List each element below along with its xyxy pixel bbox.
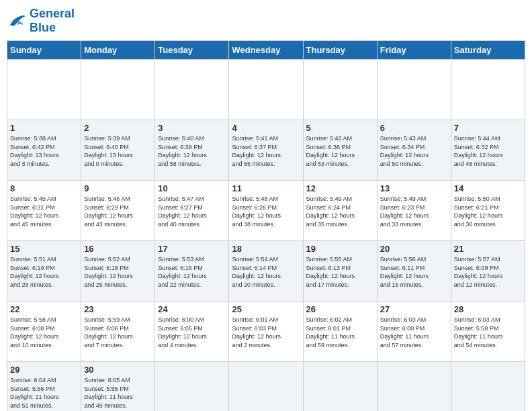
calendar-cell: 26Sunrise: 6:02 AM Sunset: 6:01 PM Dayli… <box>303 302 377 362</box>
day-number: 17 <box>158 244 226 254</box>
day-info: Sunrise: 5:44 AM Sunset: 6:32 PM Dayligh… <box>454 134 522 168</box>
calendar-cell: 17Sunrise: 5:53 AM Sunset: 6:16 PM Dayli… <box>155 241 229 302</box>
day-number: 14 <box>454 183 522 193</box>
header-cell-friday: Friday <box>377 41 451 60</box>
day-info: Sunrise: 5:48 AM Sunset: 6:26 PM Dayligh… <box>232 195 300 228</box>
day-info: Sunrise: 5:47 AM Sunset: 6:27 PM Dayligh… <box>158 195 226 228</box>
calendar-table: SundayMondayTuesdayWednesdayThursdayFrid… <box>7 40 525 411</box>
calendar-cell: 1Sunrise: 5:38 AM Sunset: 6:42 PM Daylig… <box>7 120 81 181</box>
day-info: Sunrise: 6:02 AM Sunset: 6:01 PM Dayligh… <box>306 316 374 349</box>
calendar-cell: 11Sunrise: 5:48 AM Sunset: 6:26 PM Dayli… <box>229 181 303 241</box>
calendar-cell: 23Sunrise: 5:59 AM Sunset: 6:06 PM Dayli… <box>81 302 155 362</box>
calendar-cell: 6Sunrise: 5:43 AM Sunset: 6:34 PM Daylig… <box>377 120 451 181</box>
day-number: 24 <box>158 304 226 314</box>
calendar-cell: 7Sunrise: 5:44 AM Sunset: 6:32 PM Daylig… <box>451 120 525 181</box>
header-cell-wednesday: Wednesday <box>229 41 303 60</box>
day-number: 7 <box>454 123 522 133</box>
day-info: Sunrise: 5:43 AM Sunset: 6:34 PM Dayligh… <box>380 134 448 168</box>
day-info: Sunrise: 5:58 AM Sunset: 6:08 PM Dayligh… <box>10 316 78 349</box>
calendar-cell: 5Sunrise: 5:42 AM Sunset: 6:36 PM Daylig… <box>303 120 377 181</box>
page-header: General Blue <box>7 7 525 35</box>
day-number: 15 <box>10 244 78 254</box>
day-info: Sunrise: 5:56 AM Sunset: 6:11 PM Dayligh… <box>380 255 448 289</box>
calendar-cell: 30Sunrise: 6:05 AM Sunset: 5:55 PM Dayli… <box>81 362 155 412</box>
day-info: Sunrise: 5:52 AM Sunset: 6:18 PM Dayligh… <box>84 255 152 289</box>
calendar-cell: 18Sunrise: 5:54 AM Sunset: 6:14 PM Dayli… <box>229 241 303 302</box>
calendar-cell: 3Sunrise: 5:40 AM Sunset: 6:39 PM Daylig… <box>155 120 229 181</box>
day-number: 12 <box>306 183 374 193</box>
calendar-cell <box>451 60 525 120</box>
logo-icon <box>7 13 27 30</box>
calendar-week-5: 29Sunrise: 6:04 AM Sunset: 5:56 PM Dayli… <box>7 362 525 412</box>
calendar-cell: 29Sunrise: 6:04 AM Sunset: 5:56 PM Dayli… <box>7 362 81 412</box>
day-info: Sunrise: 5:40 AM Sunset: 6:39 PM Dayligh… <box>158 134 226 168</box>
day-info: Sunrise: 5:46 AM Sunset: 6:29 PM Dayligh… <box>84 195 152 228</box>
calendar-cell: 24Sunrise: 6:00 AM Sunset: 6:05 PM Dayli… <box>155 302 229 362</box>
calendar-cell: 10Sunrise: 5:47 AM Sunset: 6:27 PM Dayli… <box>155 181 229 241</box>
day-number: 8 <box>10 183 78 193</box>
calendar-cell: 14Sunrise: 5:50 AM Sunset: 6:21 PM Dayli… <box>451 181 525 241</box>
day-info: Sunrise: 5:45 AM Sunset: 6:31 PM Dayligh… <box>10 195 78 228</box>
calendar-cell <box>377 60 451 120</box>
day-info: Sunrise: 6:00 AM Sunset: 6:05 PM Dayligh… <box>158 316 226 349</box>
day-number: 11 <box>232 183 300 193</box>
day-info: Sunrise: 5:49 AM Sunset: 6:23 PM Dayligh… <box>380 195 448 228</box>
calendar-cell <box>229 60 303 120</box>
day-number: 4 <box>232 123 300 133</box>
day-number: 22 <box>10 304 78 314</box>
day-number: 23 <box>84 304 152 314</box>
calendar-week-3: 15Sunrise: 5:51 AM Sunset: 6:19 PM Dayli… <box>7 241 525 302</box>
day-info: Sunrise: 5:55 AM Sunset: 6:13 PM Dayligh… <box>306 255 374 289</box>
calendar-week-0 <box>7 60 525 120</box>
calendar-cell: 20Sunrise: 5:56 AM Sunset: 6:11 PM Dayli… <box>377 241 451 302</box>
calendar-cell <box>377 362 451 412</box>
calendar-cell: 8Sunrise: 5:45 AM Sunset: 6:31 PM Daylig… <box>7 181 81 241</box>
calendar-cell <box>81 60 155 120</box>
day-info: Sunrise: 5:38 AM Sunset: 6:42 PM Dayligh… <box>10 134 78 168</box>
calendar-header: SundayMondayTuesdayWednesdayThursdayFrid… <box>7 41 525 60</box>
header-cell-thursday: Thursday <box>303 41 377 60</box>
day-number: 19 <box>306 244 374 254</box>
calendar-cell <box>155 362 229 412</box>
calendar-cell: 25Sunrise: 6:01 AM Sunset: 6:03 PM Dayli… <box>229 302 303 362</box>
day-number: 13 <box>380 183 448 193</box>
header-row: SundayMondayTuesdayWednesdayThursdayFrid… <box>7 41 525 60</box>
day-info: Sunrise: 5:59 AM Sunset: 6:06 PM Dayligh… <box>84 316 152 349</box>
day-number: 26 <box>306 304 374 314</box>
calendar-body: 1Sunrise: 5:38 AM Sunset: 6:42 PM Daylig… <box>7 60 525 412</box>
calendar-cell: 15Sunrise: 5:51 AM Sunset: 6:19 PM Dayli… <box>7 241 81 302</box>
logo-text: General Blue <box>30 7 75 35</box>
calendar-cell: 28Sunrise: 6:03 AM Sunset: 5:58 PM Dayli… <box>451 302 525 362</box>
header-cell-sunday: Sunday <box>7 41 81 60</box>
day-number: 27 <box>380 304 448 314</box>
header-cell-tuesday: Tuesday <box>155 41 229 60</box>
day-info: Sunrise: 5:39 AM Sunset: 6:40 PM Dayligh… <box>84 134 152 168</box>
day-info: Sunrise: 6:04 AM Sunset: 5:56 PM Dayligh… <box>10 376 78 410</box>
day-info: Sunrise: 5:41 AM Sunset: 6:37 PM Dayligh… <box>232 134 300 168</box>
calendar-cell: 13Sunrise: 5:49 AM Sunset: 6:23 PM Dayli… <box>377 181 451 241</box>
day-number: 10 <box>158 183 226 193</box>
day-info: Sunrise: 5:54 AM Sunset: 6:14 PM Dayligh… <box>232 255 300 289</box>
calendar-cell <box>451 362 525 412</box>
day-info: Sunrise: 6:05 AM Sunset: 5:55 PM Dayligh… <box>84 376 152 410</box>
day-number: 18 <box>232 244 300 254</box>
logo: General Blue <box>7 7 75 35</box>
calendar-cell <box>303 362 377 412</box>
calendar-cell <box>303 60 377 120</box>
calendar-cell: 2Sunrise: 5:39 AM Sunset: 6:40 PM Daylig… <box>81 120 155 181</box>
calendar-cell: 27Sunrise: 6:03 AM Sunset: 6:00 PM Dayli… <box>377 302 451 362</box>
header-cell-saturday: Saturday <box>451 41 525 60</box>
day-number: 5 <box>306 123 374 133</box>
day-info: Sunrise: 6:03 AM Sunset: 6:00 PM Dayligh… <box>380 316 448 349</box>
calendar-cell <box>155 60 229 120</box>
day-info: Sunrise: 5:42 AM Sunset: 6:36 PM Dayligh… <box>306 134 374 168</box>
calendar-cell: 9Sunrise: 5:46 AM Sunset: 6:29 PM Daylig… <box>81 181 155 241</box>
day-info: Sunrise: 6:03 AM Sunset: 5:58 PM Dayligh… <box>454 316 522 349</box>
day-number: 20 <box>380 244 448 254</box>
day-number: 28 <box>454 304 522 314</box>
calendar-week-1: 1Sunrise: 5:38 AM Sunset: 6:42 PM Daylig… <box>7 120 525 181</box>
day-info: Sunrise: 5:49 AM Sunset: 6:24 PM Dayligh… <box>306 195 374 228</box>
day-number: 6 <box>380 123 448 133</box>
calendar-cell: 16Sunrise: 5:52 AM Sunset: 6:18 PM Dayli… <box>81 241 155 302</box>
calendar-cell: 12Sunrise: 5:49 AM Sunset: 6:24 PM Dayli… <box>303 181 377 241</box>
